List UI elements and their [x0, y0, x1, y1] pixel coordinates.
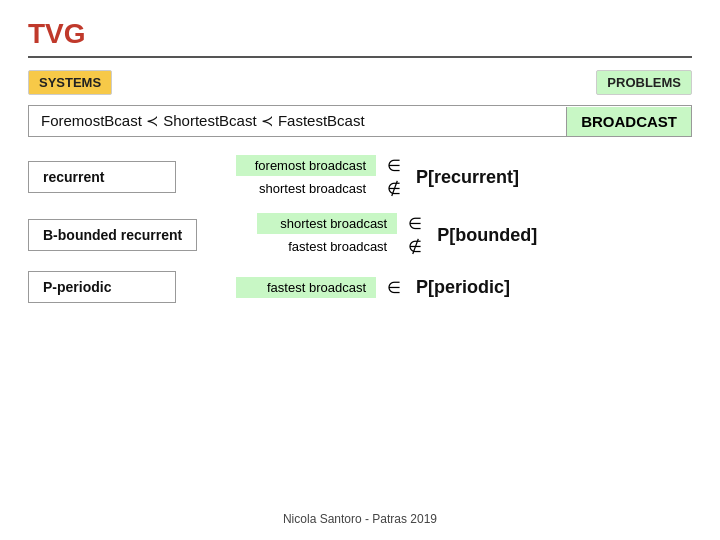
page: TVG SYSTEMS PROBLEMS ForemostBcast ≺ Sho…: [0, 0, 720, 540]
symbol-notin-b: ∉: [405, 237, 425, 256]
term-row-0: foremost broadcast ∈: [236, 155, 404, 176]
term-row-1: shortest broadcast ∉: [236, 178, 404, 199]
page-title: TVG: [28, 18, 692, 50]
term-row-b1: fastest broadcast ∉: [257, 236, 425, 257]
symbol-in-p: ∈: [384, 278, 404, 297]
label-periodic: P-periodic: [28, 271, 176, 303]
footer: Nicola Santoro - Patras 2019: [28, 512, 692, 530]
divider: [28, 56, 692, 58]
term-shortest-0: shortest broadcast: [236, 178, 376, 199]
term-shortest-b: shortest broadcast: [257, 213, 397, 234]
hierarchy-text: ForemostBcast ≺ ShortestBcast ≺ FastestB…: [29, 106, 566, 136]
row-recurrent: recurrent foremost broadcast ∈ shortest …: [28, 155, 692, 199]
content-area: recurrent foremost broadcast ∈ shortest …: [28, 155, 692, 504]
terms-recurrent: foremost broadcast ∈ shortest broadcast …: [236, 155, 404, 199]
problems-badge: PROBLEMS: [596, 70, 692, 95]
term-fastest-b: fastest broadcast: [257, 236, 397, 257]
p-bounded: P[bounded]: [437, 225, 537, 246]
broadcast-badge: BROADCAST: [566, 107, 691, 136]
terms-bounded: shortest broadcast ∈ fastest broadcast ∉: [257, 213, 425, 257]
symbol-notin-0: ∉: [384, 179, 404, 198]
term-fastest-p: fastest broadcast: [236, 277, 376, 298]
row-bounded: B-bounded recurrent shortest broadcast ∈…: [28, 213, 692, 257]
row-periodic: P-periodic fastest broadcast ∈ P[periodi…: [28, 271, 692, 303]
hierarchy-row: ForemostBcast ≺ ShortestBcast ≺ FastestB…: [28, 105, 692, 137]
term-row-b0: shortest broadcast ∈: [257, 213, 425, 234]
systems-badge: SYSTEMS: [28, 70, 112, 95]
symbol-in-0: ∈: [384, 156, 404, 175]
label-recurrent: recurrent: [28, 161, 176, 193]
header-row: SYSTEMS PROBLEMS: [28, 70, 692, 95]
term-foremost: foremost broadcast: [236, 155, 376, 176]
symbol-in-b: ∈: [405, 214, 425, 233]
p-periodic: P[periodic]: [416, 277, 510, 298]
label-bounded: B-bounded recurrent: [28, 219, 197, 251]
p-recurrent: P[recurrent]: [416, 167, 519, 188]
terms-periodic: fastest broadcast ∈: [236, 277, 404, 298]
